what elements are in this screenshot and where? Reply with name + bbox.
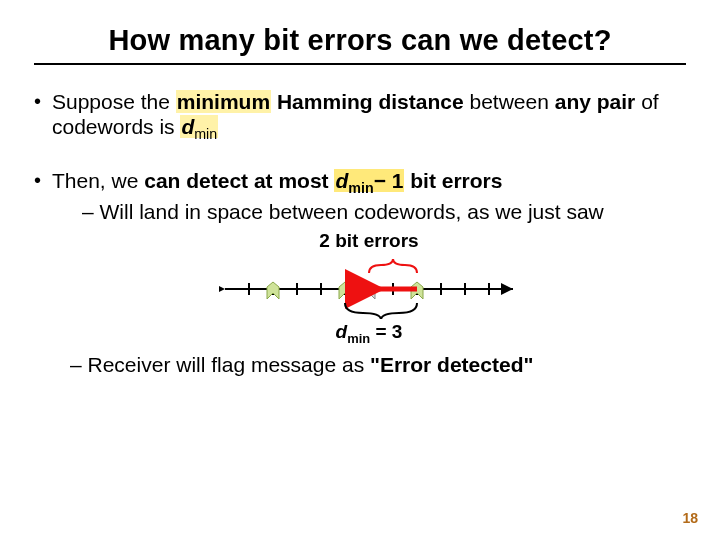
text: any pair bbox=[555, 90, 636, 113]
highlight-dmin: dmin bbox=[180, 115, 218, 138]
number-line-svg bbox=[219, 255, 519, 319]
sub-min: min bbox=[194, 126, 217, 142]
bullet-2: • Then, we can detect at most dmin− 1 bi… bbox=[34, 168, 686, 378]
text: Hamming distance bbox=[271, 90, 464, 113]
highlight-minimum: minimum bbox=[176, 90, 271, 113]
slide-title: How many bit errors can we detect? bbox=[34, 24, 686, 57]
title-underline bbox=[34, 63, 686, 65]
text: Then, we bbox=[52, 169, 144, 192]
bullet-dot: • bbox=[34, 89, 52, 144]
diagram-top-label: 2 bit errors bbox=[52, 230, 686, 253]
bullet-2-sub1: – Will land in space between codewords, … bbox=[82, 199, 686, 224]
diagram-bottom-label: dmin = 3 bbox=[52, 321, 686, 346]
highlight-dmin2: dmin− 1 bbox=[334, 169, 404, 192]
bullet-1-text: Suppose the minimum Hamming distance bet… bbox=[52, 89, 686, 144]
sub-min: min bbox=[347, 331, 370, 346]
text: Will land in space between codewords, as… bbox=[100, 200, 604, 223]
text: Suppose the bbox=[52, 90, 176, 113]
text: = 3 bbox=[370, 321, 402, 342]
sub-min: min bbox=[348, 180, 373, 196]
error-detected-quote: "Error detected" bbox=[370, 353, 533, 376]
var-d: d bbox=[181, 115, 194, 138]
bullet-1: • Suppose the minimum Hamming distance b… bbox=[34, 89, 686, 144]
bullet-2-text: Then, we can detect at most dmin− 1 bit … bbox=[52, 168, 686, 378]
text: Receiver will flag message as bbox=[88, 353, 370, 376]
var-d: d bbox=[336, 321, 348, 342]
text: between bbox=[464, 90, 555, 113]
minus-one: − 1 bbox=[374, 169, 404, 192]
var-d: d bbox=[335, 169, 348, 192]
page-number: 18 bbox=[682, 510, 698, 526]
diagram: 2 bit errors bbox=[52, 230, 686, 346]
bullet-dot: • bbox=[34, 168, 52, 378]
text: can detect at most bbox=[144, 169, 328, 192]
text: bit errors bbox=[404, 169, 502, 192]
slide-body: • Suppose the minimum Hamming distance b… bbox=[34, 89, 686, 377]
slide: How many bit errors can we detect? • Sup… bbox=[0, 0, 720, 540]
bullet-2-sub2: – Receiver will flag message as "Error d… bbox=[70, 352, 686, 377]
